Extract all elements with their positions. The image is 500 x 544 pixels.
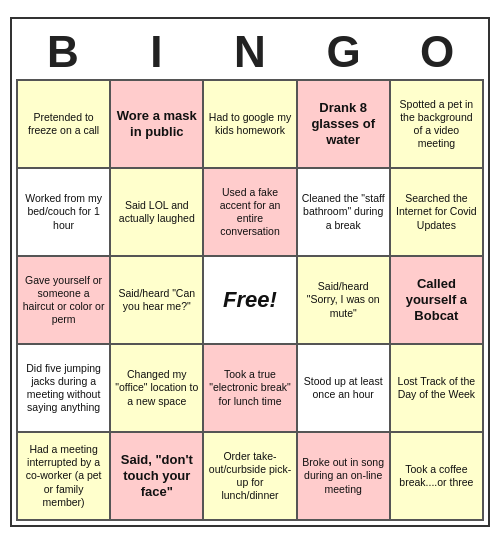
bingo-header: B I N G O [16,23,484,79]
letter-g: G [300,27,388,77]
bingo-cell-22[interactable]: Order take-out/curbside pick-up for lunc… [204,433,295,519]
bingo-cell-4[interactable]: Spotted a pet in the background of a vid… [391,81,482,167]
bingo-cell-3[interactable]: Drank 8 glasses of water [298,81,389,167]
bingo-grid: Pretended to freeze on a callWore a mask… [16,79,484,521]
bingo-cell-18[interactable]: Stood up at least once an hour [298,345,389,431]
bingo-cell-6[interactable]: Said LOL and actually laughed [111,169,202,255]
bingo-cell-0[interactable]: Pretended to freeze on a call [18,81,109,167]
bingo-cell-13[interactable]: Said/heard "Sorry, I was on mute" [298,257,389,343]
bingo-card: B I N G O Pretended to freeze on a callW… [10,17,490,527]
bingo-cell-5[interactable]: Worked from my bed/couch for 1 hour [18,169,109,255]
bingo-cell-10[interactable]: Gave yourself or someone a haircut or co… [18,257,109,343]
bingo-cell-16[interactable]: Changed my "office" location to a new sp… [111,345,202,431]
letter-n: N [206,27,294,77]
bingo-cell-8[interactable]: Cleaned the "staff bathroom" during a br… [298,169,389,255]
bingo-cell-9[interactable]: Searched the Internet for Covid Updates [391,169,482,255]
bingo-cell-14[interactable]: Called yourself a Bobcat [391,257,482,343]
bingo-cell-23[interactable]: Broke out in song during an on-line meet… [298,433,389,519]
bingo-cell-20[interactable]: Had a meeting interrupted by a co-worker… [18,433,109,519]
letter-i: I [112,27,200,77]
bingo-cell-7[interactable]: Used a fake accent for an entire convers… [204,169,295,255]
bingo-cell-17[interactable]: Took a true "electronic break" for lunch… [204,345,295,431]
bingo-cell-21[interactable]: Said, "don't touch your face" [111,433,202,519]
bingo-cell-12[interactable]: Free! [204,257,295,343]
bingo-cell-1[interactable]: Wore a mask in public [111,81,202,167]
letter-b: B [19,27,107,77]
bingo-cell-19[interactable]: Lost Track of the Day of the Week [391,345,482,431]
bingo-cell-2[interactable]: Had to google my kids homework [204,81,295,167]
bingo-cell-15[interactable]: Did five jumping jacks during a meeting … [18,345,109,431]
bingo-cell-24[interactable]: Took a coffee break....or three [391,433,482,519]
bingo-cell-11[interactable]: Said/heard "Can you hear me?" [111,257,202,343]
letter-o: O [393,27,481,77]
